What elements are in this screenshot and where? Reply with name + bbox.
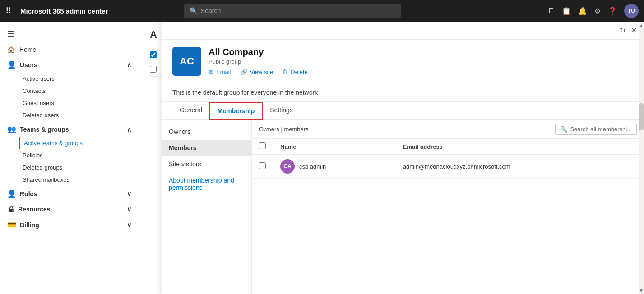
- sidebar-item-active-users[interactable]: Active users: [19, 73, 139, 85]
- roles-chevron-icon: ∨: [127, 190, 131, 198]
- users-label: Users: [20, 61, 37, 69]
- sidebar-section-resources[interactable]: 🖨 Resources ∨: [0, 202, 139, 217]
- teams-chevron-icon: ∧: [127, 126, 131, 133]
- row-checkbox-cell: [252, 155, 273, 179]
- sidebar-item-guest-users[interactable]: Guest users: [19, 97, 139, 109]
- close-icon[interactable]: ✕: [631, 26, 637, 35]
- sidebar-item-active-teams[interactable]: Active teams & groups: [19, 137, 139, 149]
- bell-icon[interactable]: 🔔: [578, 7, 587, 15]
- feedback-icon[interactable]: 📋: [562, 7, 571, 15]
- main-area: A All Company ↻ ✕ AC All Company: [139, 22, 644, 294]
- sidebar-item-home[interactable]: 🏠 Home: [0, 42, 139, 57]
- teams-icon: 👥: [7, 125, 16, 133]
- roles-label: Roles: [20, 190, 37, 198]
- group-name: All Company: [208, 47, 633, 57]
- sidebar-item-shared-mailboxes[interactable]: Shared mailboxes: [19, 174, 139, 186]
- member-header-row: Owners | members 🔍 Search all membershi.…: [252, 120, 644, 139]
- sidebar-item-policies[interactable]: Policies: [19, 149, 139, 161]
- group-avatar: AC: [172, 47, 201, 76]
- group-actions: ✉ Email 🔗 View site 🗑 Delete: [208, 69, 633, 75]
- tab-settings[interactable]: Settings: [263, 102, 300, 120]
- home-icon: 🏠: [7, 46, 15, 53]
- sidebar-section-billing[interactable]: 💳 Billing ∨: [0, 217, 139, 233]
- membership-nav: Owners Members Site visitors About membe…: [162, 120, 252, 294]
- search-input[interactable]: [201, 7, 395, 14]
- users-chevron-icon: ∧: [127, 61, 131, 69]
- detail-header: AC All Company Public group ✉ Email 🔗 Vi…: [162, 40, 644, 83]
- email-action[interactable]: ✉ Email: [208, 69, 231, 75]
- member-avatar-1: CA: [280, 159, 295, 174]
- teams-label: Teams & groups: [20, 126, 69, 133]
- select-all-checkbox[interactable]: [259, 142, 266, 149]
- scroll-thumb[interactable]: [639, 120, 644, 130]
- member-checkbox-1[interactable]: [259, 162, 266, 169]
- membership-content: Owners Members Site visitors About membe…: [162, 120, 644, 294]
- waffle-icon[interactable]: ⠿: [5, 6, 11, 16]
- refresh-icon[interactable]: ↻: [620, 26, 625, 35]
- billing-icon: 💳: [7, 220, 16, 229]
- tabs: General Membership Settings: [162, 102, 644, 120]
- tab-general[interactable]: General: [172, 102, 209, 120]
- gear-icon[interactable]: ⚙: [594, 7, 601, 15]
- search-bar[interactable]: 🔍: [184, 4, 401, 18]
- help-icon[interactable]: ❓: [608, 7, 617, 15]
- sidebar-item-deleted-users[interactable]: Deleted users: [19, 109, 139, 121]
- sidebar-section-roles[interactable]: 👤 Roles ∨: [0, 186, 139, 202]
- member-name-1: csp admin: [299, 163, 326, 170]
- search-icon: 🔍: [190, 7, 197, 14]
- member-email-1: admin@medhacloudxyz.onmicrosoft.com: [396, 155, 644, 179]
- members-table: Name Email address: [252, 139, 644, 179]
- membership-nav-owners[interactable]: Owners: [162, 124, 251, 140]
- email-icon: ✉: [208, 69, 213, 75]
- sidebar-item-contacts[interactable]: Contacts: [19, 85, 139, 97]
- name-column-header: Name: [273, 139, 396, 155]
- sidebar-section-teams[interactable]: 👥 Teams & groups ∧: [0, 121, 139, 137]
- check-column-header: [252, 139, 273, 155]
- billing-chevron-icon: ∨: [127, 221, 131, 229]
- viewsite-action[interactable]: 🔗 View site: [240, 69, 273, 75]
- viewsite-icon: 🔗: [240, 69, 247, 75]
- member-search-placeholder: Search all membershi...: [570, 126, 632, 133]
- scrollbar-track[interactable]: ▲ ▼: [639, 120, 644, 294]
- detail-description: This is the default group for everyone i…: [162, 83, 644, 102]
- avatar[interactable]: TU: [624, 4, 639, 18]
- roles-icon: 👤: [7, 189, 16, 198]
- detail-panel: ↻ ✕ AC All Company Public group ✉ Email …: [162, 22, 644, 294]
- layout: ☰ 🏠 Home 👤 Users ∧ Active users Contacts…: [0, 22, 644, 294]
- member-name-cell: CA csp admin: [273, 155, 396, 179]
- tab-membership[interactable]: Membership: [209, 102, 263, 120]
- table-row: CA csp admin admin@medhacloudxyz.onmicro…: [252, 155, 644, 179]
- users-sub: Active users Contacts Guest users Delete…: [0, 73, 139, 121]
- member-search[interactable]: 🔍 Search all membershi...: [555, 124, 637, 135]
- scroll-down-arrow[interactable]: ▼: [639, 287, 644, 294]
- resources-label: Resources: [18, 206, 51, 213]
- topnav: ⠿ Microsoft 365 admin center 🔍 🖥 📋 🔔 ⚙ ❓…: [0, 0, 644, 22]
- sidebar-section-users[interactable]: 👤 Users ∧: [0, 57, 139, 73]
- resources-icon: 🖨: [7, 205, 14, 213]
- delete-icon: 🗑: [282, 69, 288, 75]
- membership-main: Owners | members 🔍 Search all membershi.…: [252, 120, 644, 294]
- group-info: All Company Public group ✉ Email 🔗 View …: [208, 47, 633, 75]
- teams-sub: Active teams & groups Policies Deleted g…: [0, 137, 139, 186]
- mail-icon[interactable]: 🖥: [547, 7, 555, 15]
- resources-chevron-icon: ∨: [127, 206, 131, 213]
- row-check-1[interactable]: [150, 51, 157, 58]
- sidebar-toggle[interactable]: ☰: [0, 25, 139, 42]
- billing-label: Billing: [20, 221, 39, 229]
- topnav-icons: 🖥 📋 🔔 ⚙ ❓ TU: [547, 4, 639, 18]
- sidebar: ☰ 🏠 Home 👤 Users ∧ Active users Contacts…: [0, 22, 139, 294]
- delete-action[interactable]: 🗑 Delete: [282, 69, 308, 75]
- app-title: Microsoft 365 admin center: [20, 7, 108, 15]
- member-search-icon: 🔍: [560, 126, 567, 133]
- email-column-header: Email address: [396, 139, 644, 155]
- group-type: Public group: [208, 58, 633, 65]
- row-check-2[interactable]: [150, 66, 157, 73]
- detail-topbar: ↻ ✕: [162, 22, 644, 40]
- users-icon: 👤: [7, 60, 16, 69]
- sidebar-item-deleted-groups[interactable]: Deleted groups: [19, 161, 139, 174]
- membership-nav-site-visitors[interactable]: Site visitors: [162, 156, 251, 172]
- membership-nav-about[interactable]: About membership and permissions: [162, 172, 251, 196]
- breadcrumb: Owners | members: [259, 126, 309, 133]
- membership-nav-members[interactable]: Members: [162, 140, 251, 156]
- home-label: Home: [19, 46, 36, 53]
